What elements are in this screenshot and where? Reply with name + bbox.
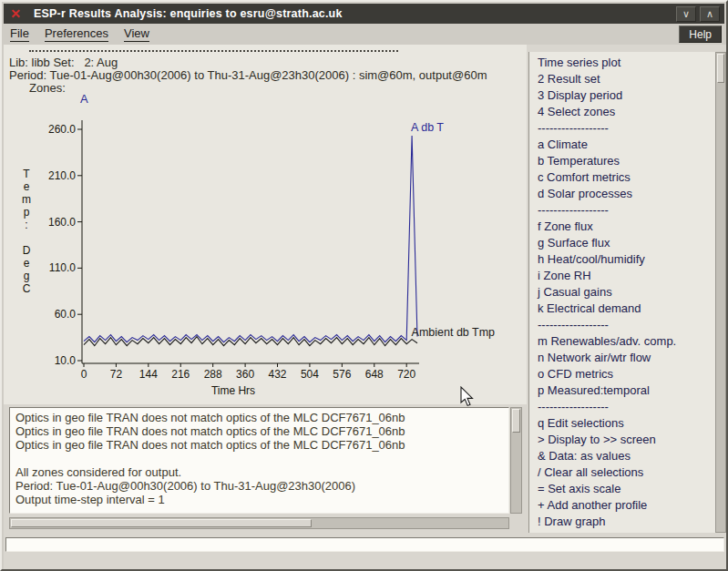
- svg-text:260.0: 260.0: [48, 123, 76, 136]
- sidebar-item[interactable]: & Data: as values: [538, 448, 715, 464]
- menubar: FilePreferencesView Help: [4, 24, 724, 45]
- sidebar-item[interactable]: d Solar processes: [538, 186, 715, 202]
- menu-separator: ------------------: [538, 202, 715, 219]
- titlebar[interactable]: ✕ ESP-r Results Analysis: enquiries to e…: [4, 4, 724, 24]
- sidebar-item[interactable]: p Measured:temporal: [538, 382, 715, 399]
- svg-text:Time Hrs: Time Hrs: [211, 384, 255, 397]
- sidebar-item[interactable]: q Edit selections: [538, 415, 715, 432]
- sidebar-item[interactable]: > Display to >> screen: [538, 432, 715, 448]
- scrollbar-thumb[interactable]: [11, 519, 312, 527]
- sidebar-item[interactable]: g Surface flux: [538, 235, 715, 251]
- console-line: Output time-step interval = 1: [15, 493, 503, 506]
- sidebar-item[interactable]: j Casual gains: [538, 284, 715, 301]
- window-title: ESP-r Results Analysis: enquiries to esr…: [23, 7, 672, 20]
- svg-text:e: e: [24, 180, 30, 193]
- sidebar-item[interactable]: i Zone RH: [538, 268, 715, 284]
- svg-text:210.0: 210.0: [48, 169, 76, 182]
- window-close-icon[interactable]: ✕: [8, 7, 23, 20]
- sidebar-item[interactable]: 3 Display period: [538, 87, 715, 104]
- menu-preferences[interactable]: Preferences: [45, 26, 108, 42]
- sidebar-item[interactable]: o CFD metrics: [538, 366, 715, 382]
- menu-separator: ------------------: [538, 399, 715, 415]
- console-horizontal-scrollbar[interactable]: [9, 517, 509, 529]
- command-menu: Time series plot2 Result set3 Display pe…: [528, 52, 715, 533]
- sidebar-item[interactable]: c Comfort metrics: [538, 169, 715, 186]
- sidebar-item[interactable]: f Zone flux: [538, 219, 715, 235]
- svg-text:216: 216: [171, 368, 190, 381]
- temperature-chart: 260.0210.0160.0110.060.010.0072144216288…: [4, 45, 527, 404]
- maximize-button[interactable]: ∧: [700, 6, 720, 22]
- svg-text:432: 432: [269, 368, 287, 381]
- sidebar-item[interactable]: ! Draw graph: [538, 514, 715, 530]
- console-output: Optics in geo file TRAN does not match o…: [9, 407, 509, 514]
- svg-text:60.0: 60.0: [55, 308, 77, 321]
- svg-text:648: 648: [365, 368, 384, 381]
- menu-separator: ------------------: [538, 317, 715, 333]
- menu-item-group: FilePreferencesView: [10, 26, 165, 42]
- mouse-cursor: [459, 386, 477, 408]
- svg-text:p: p: [24, 206, 30, 219]
- svg-text:C: C: [23, 282, 31, 295]
- svg-text:110.0: 110.0: [49, 261, 76, 274]
- app-window: ✕ ESP-r Results Analysis: enquiries to e…: [0, 0, 728, 571]
- svg-text:0: 0: [81, 368, 87, 381]
- minimize-button[interactable]: ∨: [676, 6, 696, 22]
- sidebar-item[interactable]: h Heat/cool/humidify: [538, 251, 715, 268]
- svg-text:A db T: A db T: [411, 121, 444, 134]
- sidebar-item[interactable]: 2 Result set: [538, 71, 715, 87]
- svg-text:576: 576: [333, 368, 351, 381]
- svg-text:160.0: 160.0: [48, 216, 76, 229]
- svg-text:144: 144: [139, 368, 158, 381]
- svg-text:g: g: [24, 270, 30, 282]
- console-line: Optics in geo file TRAN does not match o…: [15, 438, 503, 452]
- svg-text:360: 360: [236, 368, 254, 381]
- help-button[interactable]: Help: [679, 25, 722, 43]
- menu-scrollbar[interactable]: [715, 52, 726, 533]
- graph-canvas: Lib: libb Set: 2: Aug Period: Tue-01-Aug…: [4, 45, 527, 404]
- scrollbar-thumb[interactable]: [512, 409, 520, 433]
- console-line: Optics in geo file TRAN does not match o…: [15, 411, 503, 424]
- svg-text:T: T: [23, 168, 30, 180]
- console-line: Period: Tue-01-Aug@00h30(2006) to Thu-31…: [15, 479, 503, 493]
- sidebar-item[interactable]: 4 Select zones: [538, 104, 715, 120]
- svg-text:Ambient db Tmp: Ambient db Tmp: [412, 326, 496, 339]
- sidebar-item[interactable]: = Set axis scale: [538, 481, 715, 497]
- svg-text:288: 288: [204, 368, 222, 381]
- svg-text:504: 504: [301, 368, 319, 381]
- menu-separator: ------------------: [538, 120, 715, 137]
- sidebar-item[interactable]: + Add another profile: [538, 497, 715, 514]
- svg-text:10.0: 10.0: [55, 354, 77, 367]
- svg-text:720: 720: [397, 368, 415, 381]
- svg-text:D: D: [23, 244, 31, 257]
- svg-text:72: 72: [110, 368, 123, 381]
- console-line: Optics in geo file TRAN does not match o…: [15, 424, 503, 438]
- svg-text:e: e: [24, 257, 30, 270]
- sidebar-item[interactable]: m Renewables/adv. comp.: [538, 333, 715, 350]
- sidebar-item[interactable]: b Temperatures: [538, 153, 715, 169]
- console-line: All zones considered for output.: [15, 465, 503, 479]
- console-line: [15, 452, 503, 465]
- menu-file[interactable]: File: [10, 26, 29, 42]
- sidebar-item[interactable]: / Clear all selections: [538, 464, 715, 481]
- sidebar-item[interactable]: n Network air/wtr flow: [538, 350, 715, 366]
- menu-title: Time series plot: [538, 55, 715, 71]
- command-input[interactable]: [5, 537, 724, 552]
- svg-text:m: m: [22, 193, 31, 206]
- console-vertical-scrollbar[interactable]: [510, 407, 522, 514]
- sidebar-item[interactable]: a Climate: [538, 137, 715, 153]
- menu-view[interactable]: View: [124, 26, 149, 42]
- sidebar-item[interactable]: k Electrical demand: [538, 301, 715, 317]
- scrollbar-thumb[interactable]: [717, 54, 724, 83]
- content-area: Lib: libb Set: 2: Aug Period: Tue-01-Aug…: [4, 45, 726, 569]
- svg-text::: :: [25, 219, 27, 231]
